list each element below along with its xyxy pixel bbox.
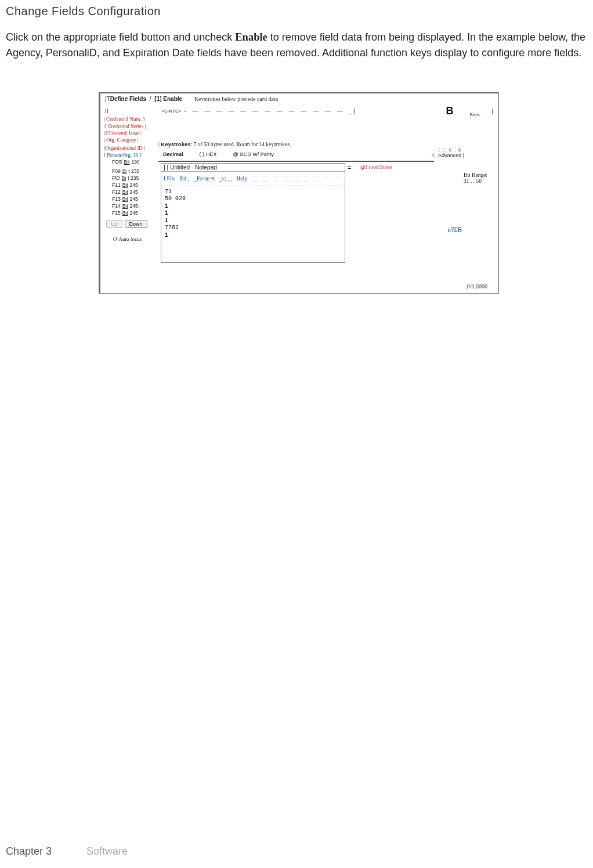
sidebar-item-credential-num[interactable]: | Credenti il Num. } (104, 115, 156, 122)
notepad-menu: I File Ed:, _Fo<m •t _v;.. , Help — — — … (161, 172, 345, 186)
equals-icon: = (348, 164, 351, 171)
instruction-paragraph: Click on the appropriate field button an… (6, 30, 586, 60)
notepad-window: ] | Untitled - Notepad I File Ed:, _Fo<m… (161, 163, 345, 263)
bit-list: F09Bit 235FlOBit 235F11Bit245F12Bit245F1… (112, 168, 156, 216)
keys-label: Keys. (470, 112, 480, 117)
sidebar: | Credenti il Num. } { Credential Series… (104, 115, 156, 242)
bit-list-item: F13Bit245 (112, 196, 156, 202)
fos-row: FOS Bit 190 (112, 158, 156, 165)
menu-format[interactable]: _Fo<m •t (194, 176, 215, 182)
bold-b-icon: B (446, 105, 453, 117)
radio-bcd[interactable]: @BCD W/ Parity (233, 151, 274, 157)
divider (158, 161, 434, 162)
slash: / (150, 96, 151, 102)
paragraph-text-before: Click on the appropriate field button an… (6, 31, 235, 43)
bit-list-item: F11Bit245 (112, 182, 156, 189)
notepad-title-text: Untitled - Notepad (170, 164, 217, 171)
bit-range-label: Bit Range: (464, 172, 487, 178)
menu-help[interactable]: Help (236, 176, 247, 182)
up-button[interactable]: Up (106, 220, 122, 228)
bit-range-value: 31 . . 50 (464, 178, 487, 184)
radio-decimal[interactable]: Decimal (163, 151, 183, 157)
dashes: — — — — — — — — — — — — — (192, 108, 345, 114)
bit-list-item: F09Bit 235 (112, 168, 156, 175)
precede-label: Keystrokes below precede card data (194, 96, 278, 102)
menu-view[interactable]: _v;.. , (219, 176, 232, 182)
notepad-titlebar: ] | Untitled - Notepad (161, 164, 345, 172)
circle-icon: O (113, 236, 117, 242)
footer-chapter: Chapter 3 (6, 845, 52, 858)
np-right-text: @J ioon!Joooi (360, 164, 392, 170)
autofocus-checkbox[interactable]: O Auto focus (113, 236, 156, 242)
define-fields-label: |TDefine Fields (105, 96, 146, 102)
footer-software: Software (86, 845, 128, 858)
page-title: Change Fields Configuration (6, 5, 587, 18)
down-button[interactable]: Down (125, 220, 147, 228)
sidebar-item-credential-issue[interactable]: |1'Credenti| Issue| (104, 129, 156, 136)
menu-edit[interactable]: Ed:, (180, 176, 189, 182)
notepad-body[interactable]: 7150 02911177621 (161, 186, 345, 242)
bit-range: Bit Range: 31 . . 50 (464, 172, 487, 184)
menu-dashline: — — — — — — — — — — — — — — — — (252, 173, 342, 185)
sidebar-item-org-category[interactable]: | Org. Category | (104, 136, 156, 143)
code-e7eb: e7EB (448, 227, 462, 233)
bottom-counter: ,0/0,0000 (465, 283, 487, 290)
menu-file[interactable]: I File (164, 176, 175, 182)
enter-label: <E-NTE> (162, 108, 181, 114)
enable-word: Enable (235, 31, 267, 43)
sidebar-item-credential-series[interactable]: { Credential Series | (104, 122, 156, 129)
up-down-controls: Up Down (106, 220, 156, 228)
bit-list-item: F14Bit245 (112, 202, 156, 209)
sidebar-item-organizational-id[interactable]: |Organizational ID | (104, 144, 156, 151)
bit-list-item: F12Bit245 (112, 189, 156, 196)
circle-icon: @ (233, 151, 238, 157)
enable-checkbox-label[interactable]: [1] Enable (154, 96, 182, 102)
bit-list-item: FlOBit 235 (112, 175, 156, 182)
advanced-toggle[interactable]: --:-:; c : c T,. Advanced | (432, 147, 464, 158)
bit-list-item: F15Bit245 (112, 209, 156, 216)
page-footer: Chapter 3 Software (6, 845, 128, 858)
radio-hex[interactable]: ( )HEX (200, 151, 217, 157)
sidebar-item-person-org[interactable]: [ Person/Org. 10 ] (104, 151, 156, 158)
circle-icon: ( ) (200, 151, 205, 157)
top-row: |TDefine Fields / [1] Enable Keystrokes … (105, 96, 493, 102)
enter-line: II <E-NTE> - — — — — — — — — — — — — — _… (105, 105, 493, 117)
screenshot-figure: |TDefine Fields / [1] Enable Keystrokes … (99, 92, 499, 294)
